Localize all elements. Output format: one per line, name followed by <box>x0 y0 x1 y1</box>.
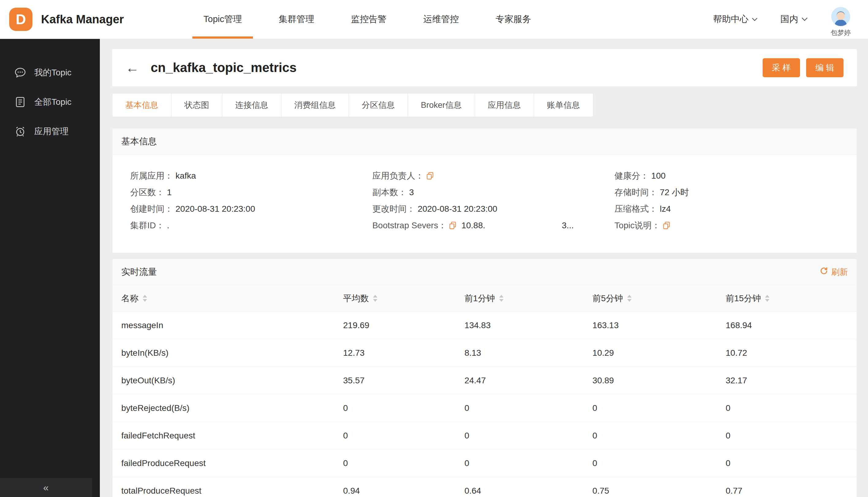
col-header-label: 前1分钟 <box>464 293 495 304</box>
tab-partition-info[interactable]: 分区信息 <box>349 93 408 117</box>
top-nav: D Kafka Manager Topic管理 集群管理 监控告警 运维管控 专… <box>0 0 868 39</box>
sidebar-item-my-topic[interactable]: 我的Topic <box>0 58 100 87</box>
user-name: 包梦婷 <box>830 28 851 38</box>
field-value-extra: 3... <box>562 221 574 230</box>
sort-icon[interactable] <box>627 295 632 302</box>
app-management-icon <box>14 125 26 138</box>
field-value: 3 <box>409 187 414 197</box>
field-value: kafka <box>175 171 196 181</box>
collapse-icon: « <box>43 482 49 493</box>
field-label: 分区数： <box>130 187 164 198</box>
col-header-1min: 前1分钟 <box>464 293 592 304</box>
edit-button[interactable]: 编 辑 <box>806 58 843 77</box>
region-menu[interactable]: 国内 <box>780 13 808 26</box>
tab-status-chart[interactable]: 状态图 <box>171 93 222 117</box>
col-header-avg: 平均数 <box>343 293 464 304</box>
table-row: messageIn 219.69 134.83 163.13 168.94 <box>112 312 857 339</box>
app-logo[interactable]: D <box>9 8 32 31</box>
field-value: . <box>167 221 169 230</box>
field-value: 10.88. <box>461 221 485 230</box>
sort-icon[interactable] <box>765 295 769 302</box>
metric-5min: 0 <box>592 403 726 413</box>
metric-5min: 10.29 <box>592 348 726 358</box>
metric-15min: 168.94 <box>726 321 857 330</box>
metric-name: byteIn(KB/s) <box>112 348 343 358</box>
metric-name: byteOut(KB/s) <box>112 376 343 385</box>
metric-15min: 0 <box>726 403 857 413</box>
sort-icon[interactable] <box>499 295 504 302</box>
field-label: 创建时间： <box>130 203 173 215</box>
field-label: Bootstrap Severs： <box>373 220 447 231</box>
field-topic-description: Topic说明： <box>614 217 857 234</box>
tab-billing-info[interactable]: 账单信息 <box>534 93 593 117</box>
field-cluster-id: 集群ID： . <box>130 217 373 234</box>
tab-broker-info[interactable]: Broker信息 <box>408 93 475 117</box>
table-row: byteOut(KB/s) 35.57 24.47 30.89 32.17 <box>112 367 857 394</box>
nav-item-topic[interactable]: Topic管理 <box>185 0 260 39</box>
tab-app-info[interactable]: 应用信息 <box>475 93 534 117</box>
sort-icon[interactable] <box>143 295 147 302</box>
field-value: 1 <box>167 187 172 197</box>
basic-info-fields: 所属应用： kafka 应用负责人： 健康分： 100 分区数： 1 副本数： … <box>112 155 857 253</box>
metric-1min: 0 <box>464 403 592 413</box>
metric-1min: 134.83 <box>464 321 592 330</box>
field-health-score: 健康分： 100 <box>614 168 857 184</box>
field-compression: 压缩格式： lz4 <box>614 201 857 217</box>
metric-5min: 0.75 <box>592 486 726 496</box>
metric-5min: 163.13 <box>592 321 726 330</box>
main-content: ← cn_kafka_topic_metrics 采 样 编 辑 基本信息 状态… <box>100 39 868 497</box>
field-label: Topic说明： <box>614 220 660 231</box>
refresh-button[interactable]: 刷新 <box>820 267 848 278</box>
metric-avg: 0 <box>343 403 464 413</box>
copy-icon[interactable] <box>426 172 434 180</box>
col-header-label: 前5分钟 <box>592 293 623 304</box>
metric-15min: 0 <box>726 458 857 468</box>
sidebar-item-app-management[interactable]: 应用管理 <box>0 117 100 146</box>
field-label: 压缩格式： <box>614 203 657 215</box>
table-row: byteIn(KB/s) 12.73 8.13 10.29 10.72 <box>112 339 857 367</box>
nav-item-cluster[interactable]: 集群管理 <box>260 0 333 39</box>
chevron-down-icon <box>801 17 808 22</box>
metric-1min: 0.64 <box>464 486 592 496</box>
nav-item-ops[interactable]: 运维管控 <box>405 0 477 39</box>
tab-consumer-group-info[interactable]: 消费组信息 <box>281 93 349 117</box>
col-header-label: 前15分钟 <box>726 293 761 304</box>
metric-name: messageIn <box>112 321 343 330</box>
metric-1min: 0 <box>464 431 592 441</box>
sidebar-item-label: 我的Topic <box>34 67 71 79</box>
metric-15min: 32.17 <box>726 376 857 385</box>
sidebar-item-all-topic[interactable]: 全部Topic <box>0 87 100 117</box>
copy-icon[interactable] <box>449 222 457 229</box>
tab-basic-info[interactable]: 基本信息 <box>112 93 172 117</box>
copy-icon[interactable] <box>663 222 670 229</box>
sidebar-collapse-button[interactable]: « <box>0 478 92 497</box>
metrics-table: 名称 平均数 前1分钟 前5分钟 前15分钟 <box>112 285 857 497</box>
metric-avg: 0 <box>343 458 464 468</box>
sort-icon[interactable] <box>373 295 377 302</box>
metric-15min: 0.77 <box>726 486 857 496</box>
nav-item-monitor[interactable]: 监控告警 <box>333 0 405 39</box>
field-label: 存储时间： <box>614 187 657 198</box>
col-header-15min: 前15分钟 <box>726 293 857 304</box>
page-title: cn_kafka_topic_metrics <box>151 60 296 75</box>
nav-item-expert[interactable]: 专家服务 <box>477 0 549 39</box>
metric-15min: 10.72 <box>726 348 857 358</box>
avatar[interactable] <box>831 7 851 26</box>
help-center-menu[interactable]: 帮助中心 <box>713 13 758 26</box>
metric-avg: 0.94 <box>343 486 464 496</box>
tab-connection-info[interactable]: 连接信息 <box>222 93 281 117</box>
chevron-down-icon <box>752 17 758 22</box>
realtime-panel-title: 实时流量 <box>121 266 157 278</box>
field-label: 应用负责人： <box>373 170 424 182</box>
help-center-label: 帮助中心 <box>713 13 749 26</box>
user-menu[interactable]: 包梦婷 <box>830 7 851 38</box>
back-icon[interactable]: ← <box>126 61 139 74</box>
header-actions: 采 样 编 辑 <box>763 58 843 77</box>
metric-15min: 0 <box>726 431 857 441</box>
realtime-panel-header: 实时流量 刷新 <box>112 259 857 285</box>
sample-button[interactable]: 采 样 <box>763 58 800 77</box>
field-label: 集群ID： <box>130 220 164 231</box>
col-header-5min: 前5分钟 <box>592 293 726 304</box>
basic-info-panel: 基本信息 所属应用： kafka 应用负责人： 健康分： 100 分区数： 1 <box>112 128 857 253</box>
sidebar-item-label: 应用管理 <box>34 126 69 137</box>
